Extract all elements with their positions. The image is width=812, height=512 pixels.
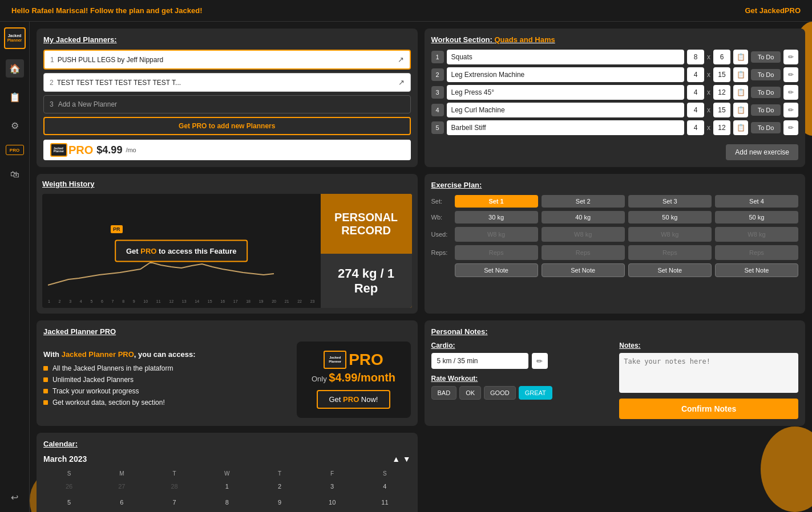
ep-wb-row: Wb: 30 kg 40 kg 50 kg 50 kg — [431, 211, 799, 224]
ep-note-btn-3[interactable]: Set Note — [628, 263, 712, 277]
cal-day[interactable]: 26 — [43, 480, 95, 494]
ex-name-input-5[interactable] — [447, 120, 685, 135]
ep-used-2[interactable] — [542, 227, 625, 242]
ex-name-input-3[interactable] — [447, 85, 685, 100]
cardio-edit-btn[interactable]: ✏ — [532, 353, 548, 369]
sidebar-item-home[interactable]: 🏠 — [6, 59, 24, 78]
notes-textarea[interactable] — [619, 353, 798, 393]
cal-day[interactable]: 3 — [306, 480, 358, 494]
ep-reps-3[interactable] — [628, 245, 712, 260]
ex-copy-btn-5[interactable]: 📋 — [733, 120, 748, 135]
btn-add-exercise[interactable]: Add new exercise — [726, 144, 798, 160]
sidebar-item-plans[interactable]: 📋 — [6, 88, 24, 106]
ep-wb-label: Wb: — [431, 214, 451, 221]
ex-todo-btn-1[interactable]: To Do — [751, 51, 781, 63]
ex-todo-btn-5[interactable]: To Do — [751, 122, 781, 133]
planner-1-open-icon[interactable]: ↗ — [398, 55, 404, 64]
ep-set2-btn[interactable]: Set 2 — [542, 195, 625, 208]
ex-sets-2[interactable] — [687, 67, 704, 82]
cal-day[interactable]: 4 — [359, 480, 410, 494]
sidebar-item-pro[interactable]: PRO — [6, 145, 24, 155]
top-bar: Hello Rafael Mariscal! Follow the plan a… — [0, 0, 812, 22]
ep-note-btn-1[interactable]: Set Note — [455, 263, 538, 277]
cal-day[interactable]: 7 — [148, 495, 200, 510]
ep-note-btn-2[interactable]: Set Note — [542, 263, 625, 277]
ep-used-1[interactable] — [455, 227, 538, 242]
planner-2-open-icon[interactable]: ↗ — [398, 78, 405, 87]
ex-x-5: x — [707, 124, 710, 132]
cal-day[interactable]: 6 — [96, 495, 147, 510]
ex-reps-1[interactable] — [713, 50, 730, 64]
rate-ok-btn[interactable]: OK — [459, 386, 481, 400]
btn-get-pro-now[interactable]: Get PRO Now! — [317, 390, 391, 409]
ex-todo-btn-3[interactable]: To Do — [751, 87, 781, 98]
ep-set3-btn[interactable]: Set 3 — [628, 195, 712, 208]
pro-overlay-btn[interactable]: Get PRO to access this Feature — [115, 240, 248, 262]
ex-copy-btn-3[interactable]: 📋 — [733, 85, 748, 100]
pro-feature-dot-3 — [43, 389, 48, 393]
cal-day[interactable]: 8 — [201, 495, 253, 510]
rate-bad-btn[interactable]: BAD — [431, 386, 457, 400]
ex-copy-btn-1[interactable]: 📋 — [733, 50, 748, 64]
ex-reps-5[interactable] — [713, 120, 730, 135]
sidebar-item-settings[interactable]: ⚙ — [6, 116, 24, 135]
ex-reps-4[interactable] — [713, 103, 730, 117]
planner-item-2[interactable]: 2TEST TEST TEST TEST TEST TEST T... ↗ — [43, 73, 411, 92]
ex-reps-2[interactable] — [713, 67, 730, 82]
exercise-row-2: 2 x 📋 To Do ✏ — [431, 67, 799, 82]
cal-day[interactable]: 28 — [148, 480, 200, 494]
ep-reps-1[interactable] — [455, 245, 538, 260]
get-pro-top[interactable]: Get JackedPRO — [745, 6, 801, 15]
ex-edit-btn-2[interactable]: ✏ — [783, 67, 798, 82]
cal-day[interactable]: 27 — [96, 480, 147, 494]
btn-get-pro-planners[interactable]: Get PRO to add new Planners — [43, 117, 411, 135]
planners-panel: My Jacked Planners: 1PUSH PULL LEGS by J… — [37, 29, 418, 167]
ep-set1-btn[interactable]: Set 1 — [455, 195, 538, 208]
sidebar-bottom: ↩ — [6, 488, 24, 506]
cal-prev-btn[interactable]: ▲ — [392, 454, 400, 464]
ex-edit-btn-1[interactable]: ✏ — [783, 50, 798, 64]
ex-copy-btn-2[interactable]: 📋 — [733, 67, 748, 82]
notes-inner: Cardio: ✏ Rate Workout: BAD OK GOOD GREA… — [431, 342, 799, 419]
cal-day[interactable]: 1 — [201, 480, 253, 494]
cal-day[interactable]: 10 — [306, 495, 358, 510]
cal-day[interactable]: 2 — [254, 480, 305, 494]
ex-todo-btn-2[interactable]: To Do — [751, 69, 781, 80]
ex-edit-btn-4[interactable]: ✏ — [783, 103, 798, 117]
ex-name-input-2[interactable] — [447, 67, 685, 82]
ex-edit-btn-5[interactable]: ✏ — [783, 120, 798, 135]
ex-name-input-1[interactable] — [447, 50, 685, 64]
ex-reps-3[interactable] — [713, 85, 730, 100]
sidebar-logo[interactable]: JackedPlanner — [4, 27, 26, 49]
sidebar-item-logout[interactable]: ↩ — [6, 488, 24, 506]
rate-great-btn[interactable]: GREAT — [519, 386, 552, 400]
cal-next-btn[interactable]: ▼ — [403, 454, 411, 464]
ep-set-row: Set: Set 1 Set 2 Set 3 Set 4 — [431, 195, 799, 208]
rate-good-btn[interactable]: GOOD — [484, 386, 516, 400]
greeting-prefix: Hello — [11, 6, 31, 15]
ep-wb-val-4: 50 kg — [715, 211, 798, 224]
ep-used-3[interactable] — [628, 227, 712, 242]
ex-sets-5[interactable] — [687, 120, 704, 135]
sidebar-item-shop[interactable]: 🛍 — [6, 165, 24, 184]
ep-reps-2[interactable] — [542, 245, 625, 260]
ex-sets-1[interactable] — [687, 50, 704, 64]
ex-edit-btn-3[interactable]: ✏ — [783, 85, 798, 100]
planner-2-name: TEST TEST TEST TEST TEST TEST T... — [57, 79, 181, 87]
ex-sets-3[interactable] — [687, 85, 704, 100]
ep-set4-btn[interactable]: Set 4 — [715, 195, 798, 208]
calendar-title: Calendar: — [43, 440, 411, 448]
ex-name-input-4[interactable] — [447, 103, 685, 117]
planner-item-1[interactable]: 1PUSH PULL LEGS by Jeff Nippard ↗ — [43, 50, 411, 70]
cal-day[interactable]: 11 — [359, 495, 410, 510]
ex-sets-4[interactable] — [687, 103, 704, 117]
ex-copy-btn-4[interactable]: 📋 — [733, 103, 748, 117]
ep-reps-4[interactable] — [715, 245, 798, 260]
cal-day[interactable]: 5 — [43, 495, 95, 510]
cardio-input[interactable] — [431, 353, 528, 369]
btn-confirm-notes[interactable]: Confirm Notes — [619, 399, 798, 419]
ex-todo-btn-4[interactable]: To Do — [751, 104, 781, 116]
cal-day[interactable]: 9 — [254, 495, 305, 510]
ep-note-btn-4[interactable]: Set Note — [715, 263, 798, 277]
ep-used-4[interactable] — [715, 227, 798, 242]
